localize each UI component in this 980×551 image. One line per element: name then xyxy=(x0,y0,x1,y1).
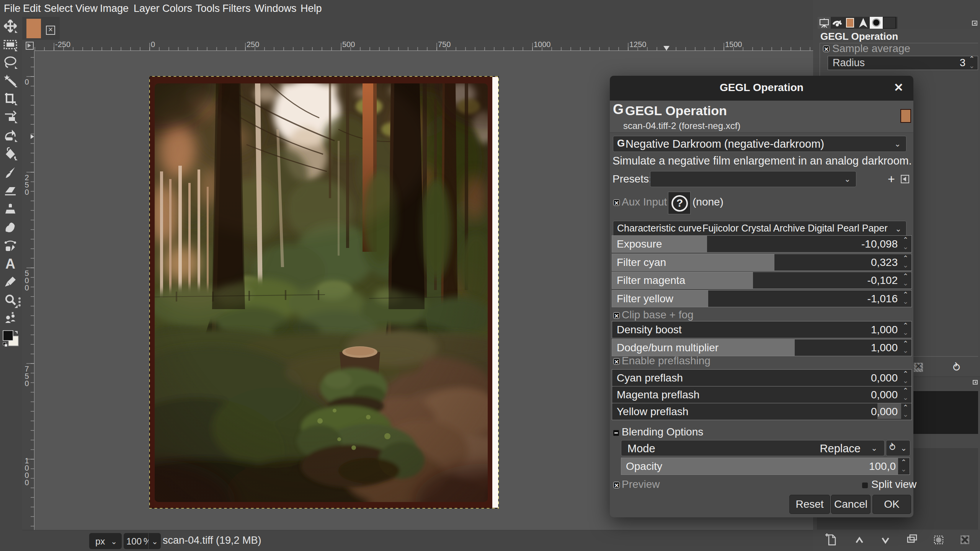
svg-text:A: A xyxy=(5,256,15,272)
